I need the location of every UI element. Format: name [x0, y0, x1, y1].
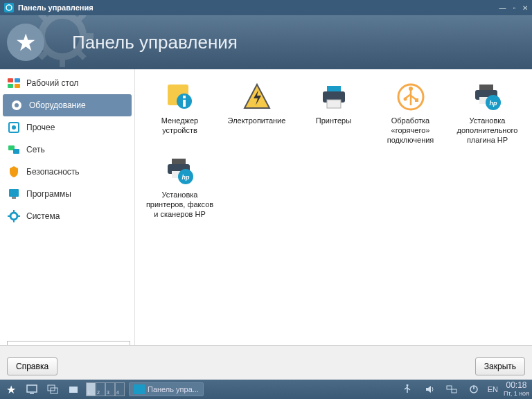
svg-rect-20 [9, 189, 19, 197]
titlebar: Панель управления — ▫ ✕ [0, 0, 532, 15]
pager-1[interactable]: 1 [86, 382, 96, 396]
svg-rect-30 [183, 100, 186, 107]
item-hp-plugin[interactable]: hp Установка дополнительного плагина HP [450, 78, 525, 148]
sidebar-item-hardware[interactable]: Оборудование [3, 94, 132, 116]
minimize-button[interactable]: — [499, 4, 506, 12]
item-printers[interactable]: Принтеры [296, 78, 371, 148]
clock-date: Пт, 1 ноя [504, 391, 529, 398]
item-label: Установка дополнительного плагина HP [453, 116, 522, 145]
app-icon [4, 3, 14, 12]
gear-icon [7, 209, 21, 223]
power-icon [240, 80, 274, 114]
svg-point-15 [15, 103, 19, 107]
svg-point-17 [12, 125, 16, 130]
workspace-pager[interactable]: 1 2 3 4 [86, 382, 125, 396]
svg-line-6 [40, 15, 47, 21]
pager-4[interactable]: 4 [115, 382, 125, 396]
svg-rect-31 [327, 86, 341, 91]
sidebar-item-label: Система [26, 211, 60, 221]
sidebar-item-security[interactable]: Безопасность [0, 161, 134, 183]
tray-volume-icon[interactable] [421, 382, 438, 397]
star-icon: ★ [6, 383, 16, 396]
sidebar-item-label: Рабочий стол [26, 78, 78, 88]
item-hp-setup[interactable]: hp Установка принтеров, факсов и сканеро… [142, 152, 218, 222]
tray-network-icon[interactable] [443, 382, 460, 397]
svg-rect-41 [479, 85, 493, 90]
svg-rect-57 [447, 386, 452, 389]
item-label: Принтеры [316, 116, 351, 126]
svg-rect-33 [327, 100, 341, 108]
network-icon [7, 143, 21, 157]
taskbar-app-control-panel[interactable]: Панель упра... [129, 382, 204, 396]
sidebar-item-label: Сеть [26, 145, 45, 154]
sidebar-item-label: Программы [26, 189, 71, 199]
svg-rect-51 [27, 385, 37, 392]
other-icon [7, 121, 21, 134]
shield-icon [7, 165, 21, 179]
device-manager-icon [163, 80, 197, 114]
taskbar: ★ 1 2 3 4 Панель упра... EN 00:18 Пт, 1 … [0, 380, 532, 399]
hp-plugin-icon: hp [471, 80, 504, 114]
svg-rect-21 [12, 197, 16, 199]
svg-rect-10 [8, 78, 13, 82]
item-hotplug[interactable]: Обработка «горячего» подключения [373, 78, 448, 148]
content-area: Рабочий стол Оборудование Прочее Сеть Бе [0, 69, 532, 359]
item-power[interactable]: Электропитание [219, 78, 294, 148]
hardware-icon [10, 98, 24, 112]
tray-usb-icon[interactable] [399, 382, 416, 397]
svg-rect-58 [452, 389, 456, 393]
svg-text:hp: hp [489, 100, 497, 107]
svg-rect-11 [15, 78, 20, 82]
sidebar-item-programs[interactable]: Программы [0, 183, 134, 205]
svg-rect-46 [172, 159, 186, 164]
taskbar-app-label: Панель упра... [148, 385, 199, 393]
sidebar: Рабочий стол Оборудование Прочее Сеть Бе [0, 69, 135, 359]
maximize-button[interactable]: ▫ [513, 4, 515, 12]
svg-rect-55 [69, 387, 78, 393]
show-desktop-button[interactable] [24, 382, 40, 397]
close-button[interactable]: Закрыть [475, 357, 525, 375]
clock-time: 00:18 [504, 381, 529, 390]
star-icon: ★ [15, 28, 36, 56]
pager-2[interactable]: 2 [96, 382, 105, 396]
tray-language[interactable]: EN [488, 385, 498, 393]
svg-line-8 [78, 15, 85, 21]
app-icon [134, 384, 145, 394]
start-button[interactable]: ★ [3, 382, 19, 397]
sidebar-item-network[interactable]: Сеть [0, 139, 134, 161]
svg-point-56 [406, 384, 408, 387]
svg-rect-12 [8, 84, 13, 88]
close-window-button[interactable]: ✕ [522, 4, 528, 12]
item-device-manager[interactable]: Менеджер устройств [142, 78, 218, 148]
header-banner: ★ Панель управления [0, 15, 532, 69]
sidebar-item-desktop[interactable]: Рабочий стол [0, 72, 134, 94]
footer-bar: Справка Закрыть [0, 345, 532, 380]
pager-3[interactable]: 3 [105, 382, 115, 396]
svg-rect-40 [415, 98, 418, 102]
sidebar-item-system[interactable]: Система [0, 205, 134, 227]
hp-setup-icon: hp [163, 154, 197, 188]
sidebar-item-other[interactable]: Прочее [0, 116, 134, 139]
svg-point-39 [403, 98, 407, 101]
sidebar-item-label: Оборудование [29, 100, 86, 110]
files-button[interactable] [65, 382, 82, 397]
programs-icon [7, 187, 21, 201]
item-label: Менеджер устройств [145, 116, 215, 136]
help-button[interactable]: Справка [7, 357, 57, 375]
header-badge: ★ [7, 24, 44, 61]
printer-icon [317, 80, 351, 114]
svg-point-22 [10, 213, 17, 220]
svg-rect-29 [183, 96, 186, 98]
sidebar-item-label: Безопасность [26, 167, 80, 177]
svg-point-0 [6, 5, 12, 10]
desktop-icon [7, 76, 21, 90]
svg-rect-13 [15, 84, 20, 88]
svg-point-1 [42, 15, 83, 57]
svg-rect-19 [13, 149, 19, 154]
window-list-button[interactable] [44, 382, 61, 397]
tray-power-icon[interactable] [466, 382, 482, 397]
window-title: Панель управления [18, 3, 499, 12]
item-label: Электропитание [228, 116, 286, 126]
taskbar-clock[interactable]: 00:18 Пт, 1 ноя [504, 381, 529, 397]
item-label: Обработка «горячего» подключения [376, 116, 445, 145]
